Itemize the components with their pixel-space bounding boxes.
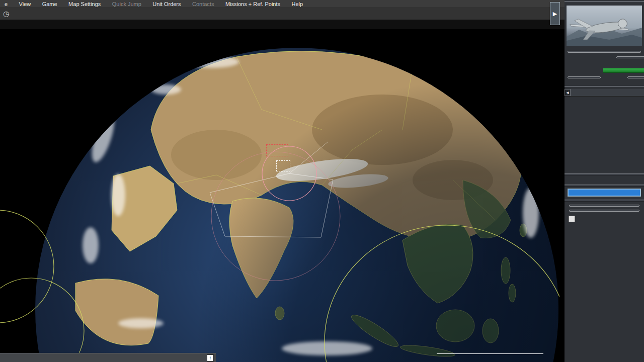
selection-box bbox=[276, 160, 290, 171]
fuel-selected-row[interactable] bbox=[568, 189, 640, 196]
inherit-row bbox=[565, 212, 644, 222]
map-viewport[interactable]: ↑ bbox=[0, 0, 559, 362]
sensors-button[interactable] bbox=[568, 76, 601, 78]
message-log-expand-button[interactable]: ↑ bbox=[207, 354, 214, 361]
emcon-window-button[interactable] bbox=[569, 205, 639, 207]
hostile-group-box bbox=[266, 144, 288, 156]
alt-speed-column-heads bbox=[565, 97, 644, 104]
weapon-link[interactable] bbox=[565, 175, 644, 184]
menu-item[interactable]: Quick Jump bbox=[108, 1, 146, 7]
menu-item[interactable]: Missions + Ref. Points bbox=[221, 1, 285, 7]
unit-photo bbox=[567, 6, 642, 46]
right-sidebar: ◄ bbox=[565, 0, 644, 362]
scale-ticks bbox=[437, 349, 543, 354]
menu-bar: e View Game Map Settings Quick Jump Unit… bbox=[0, 0, 565, 7]
chevron-right-icon: ▶ bbox=[553, 11, 557, 17]
unit-emcon-header bbox=[565, 200, 644, 202]
message-log-bar[interactable]: ↑ bbox=[0, 353, 216, 362]
time-control-bar: ◷ bbox=[0, 7, 565, 20]
damage-row bbox=[565, 56, 644, 65]
sensors-weapons-row bbox=[565, 76, 644, 85]
systems-row bbox=[565, 67, 644, 74]
fuel-unit-list[interactable] bbox=[568, 189, 641, 197]
menu-item[interactable]: Unit Orders bbox=[148, 1, 185, 7]
systems-health-bar bbox=[603, 68, 644, 73]
unit-tab-bar: ◄ bbox=[565, 89, 644, 97]
globe-map[interactable] bbox=[0, 29, 559, 362]
alt-speed-grid bbox=[565, 111, 644, 172]
sidebar-collapse-tab[interactable]: ▶ bbox=[550, 2, 560, 25]
map-scale bbox=[437, 343, 543, 354]
tab-left-arrow[interactable]: ◄ bbox=[565, 89, 571, 96]
menu-item[interactable]: Map Settings bbox=[64, 1, 105, 7]
clock-icon: ◷ bbox=[3, 10, 9, 18]
unit-message-log-button[interactable] bbox=[568, 51, 641, 53]
unit-type-label bbox=[565, 47, 644, 49]
uav-silhouette bbox=[567, 6, 642, 46]
menu-item[interactable]: Contacts bbox=[188, 1, 218, 7]
scale-numbers bbox=[437, 343, 543, 349]
weapons-button[interactable] bbox=[627, 76, 644, 78]
damage-control-button[interactable] bbox=[616, 56, 644, 58]
alt-speed-header bbox=[565, 86, 644, 88]
fuel-detail-lines bbox=[565, 197, 644, 199]
menu-item[interactable]: e bbox=[0, 1, 12, 7]
inherit-checkbox[interactable] bbox=[569, 216, 575, 222]
unit-fuel-header bbox=[565, 185, 644, 187]
menu-item[interactable]: Game bbox=[38, 1, 62, 7]
menu-item[interactable]: Help bbox=[287, 1, 307, 7]
menu-item[interactable]: View bbox=[15, 1, 36, 7]
unit-toolbar bbox=[0, 20, 565, 29]
